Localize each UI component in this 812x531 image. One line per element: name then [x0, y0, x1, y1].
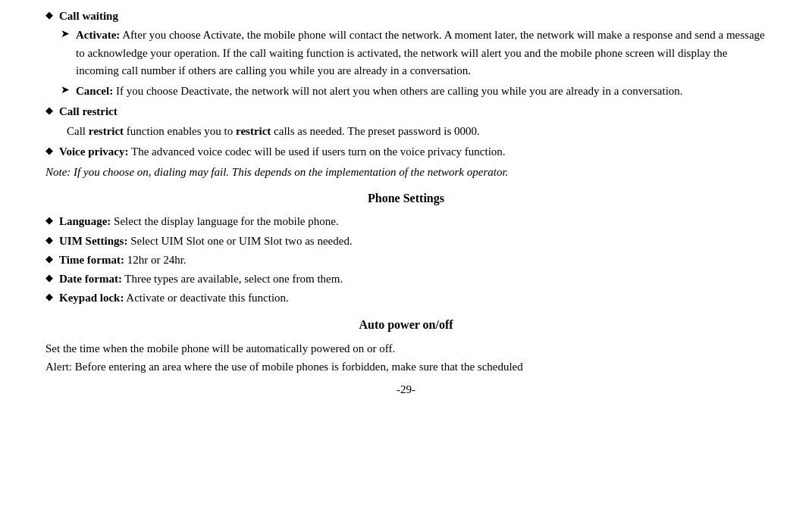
call-restrict-bold2: restrict — [236, 125, 271, 137]
diamond-icon: ◆ — [45, 9, 53, 21]
uim-item: ◆ UIM Settings: Select UIM Slot one or U… — [45, 233, 767, 250]
voice-privacy-item: ◆ Voice privacy: The advanced voice code… — [45, 143, 767, 161]
call-restrict-title: Call restrict — [59, 103, 767, 120]
activate-label: Activate: — [76, 29, 120, 41]
date-format-item: ◆ Date format: Three types are available… — [45, 270, 767, 288]
auto-power-heading: Auto power on/off — [45, 318, 767, 332]
call-restrict-bold1: restrict — [89, 125, 124, 137]
time-format-item: ◆ Time format: 12hr or 24hr. — [45, 251, 767, 269]
keypad-lock-body: Activate or deactivate this function. — [124, 292, 288, 304]
page-number: -29- — [45, 383, 767, 396]
cancel-item: ➤ Cancel: If you choose Deactivate, the … — [45, 83, 767, 100]
language-label: Language: — [59, 215, 111, 227]
note-text: Note: If you choose on, dialing may fail… — [45, 166, 508, 178]
date-format-text: Date format: Three types are available, … — [59, 270, 767, 288]
keypad-lock-item: ◆ Keypad lock: Activate or deactivate th… — [45, 289, 767, 307]
voice-privacy-text: Voice privacy: The advanced voice codec … — [59, 143, 767, 161]
note-line: Note: If you choose on, dialing may fail… — [45, 164, 767, 181]
time-format-body: 12hr or 24hr. — [124, 254, 187, 266]
phone-settings-heading: Phone Settings — [45, 192, 767, 205]
date-format-label: Date format: — [59, 273, 122, 285]
language-item: ◆ Language: Select the display language … — [45, 213, 767, 230]
diamond-icon-restrict: ◆ — [45, 105, 53, 117]
date-format-body: Three types are available, select one fr… — [122, 273, 343, 285]
call-restrict-middle: function enables you to — [124, 125, 236, 137]
auto-power-body: Set the time when the mobile phone will … — [45, 339, 767, 376]
keypad-lock-text: Keypad lock: Activate or deactivate this… — [59, 289, 767, 307]
call-restrict-header: ◆ Call restrict — [45, 103, 767, 120]
cancel-body: If you choose Deactivate, the network wi… — [113, 85, 682, 97]
voice-privacy-body: The advanced voice codec will be used if… — [129, 145, 506, 158]
diamond-icon-uim: ◆ — [45, 234, 53, 246]
voice-privacy-section: ◆ Voice privacy: The advanced voice code… — [45, 143, 767, 161]
call-restrict-body: Call restrict function enables you to re… — [45, 123, 767, 140]
arrow-icon-cancel: ➤ — [61, 83, 70, 96]
cancel-text: Cancel: If you choose Deactivate, the ne… — [76, 83, 767, 100]
call-restrict-prefix: Call — [67, 125, 89, 137]
cancel-label: Cancel: — [76, 85, 113, 97]
call-restrict-suffix: calls as needed. The preset password is … — [271, 125, 480, 137]
call-waiting-title: Call waiting — [59, 8, 767, 25]
language-body: Select the display language for the mobi… — [111, 215, 338, 227]
diamond-icon-keypad: ◆ — [45, 291, 53, 303]
phone-settings-list: ◆ Language: Select the display language … — [45, 213, 767, 307]
language-text: Language: Select the display language fo… — [59, 213, 767, 230]
diamond-icon-lang: ◆ — [45, 214, 53, 226]
activate-body: After you choose Activate, the mobile ph… — [76, 29, 765, 77]
activate-item: ➤ Activate: After you choose Activate, t… — [45, 27, 767, 80]
diamond-icon-voice: ◆ — [45, 145, 53, 157]
call-restrict-section: ◆ Call restrict Call restrict function e… — [45, 103, 767, 140]
call-waiting-section: ◆ Call waiting ➤ Activate: After you cho… — [45, 8, 767, 100]
uim-text: UIM Settings: Select UIM Slot one or UIM… — [59, 233, 767, 250]
auto-power-line1: Set the time when the mobile phone will … — [45, 339, 767, 358]
time-format-text: Time format: 12hr or 24hr. — [59, 251, 767, 269]
uim-body: Select UIM Slot one or UIM Slot two as n… — [127, 235, 352, 247]
auto-power-line2: Alert: Before entering an area where the… — [45, 358, 767, 376]
diamond-icon-date: ◆ — [45, 272, 53, 284]
uim-label: UIM Settings: — [59, 235, 127, 247]
arrow-icon-activate: ➤ — [61, 27, 70, 40]
time-format-label: Time format: — [59, 254, 124, 266]
voice-privacy-label: Voice privacy: — [59, 145, 129, 158]
call-waiting-header: ◆ Call waiting — [45, 8, 767, 25]
activate-text: Activate: After you choose Activate, the… — [76, 27, 767, 80]
keypad-lock-label: Keypad lock: — [59, 292, 124, 304]
diamond-icon-time: ◆ — [45, 253, 53, 265]
